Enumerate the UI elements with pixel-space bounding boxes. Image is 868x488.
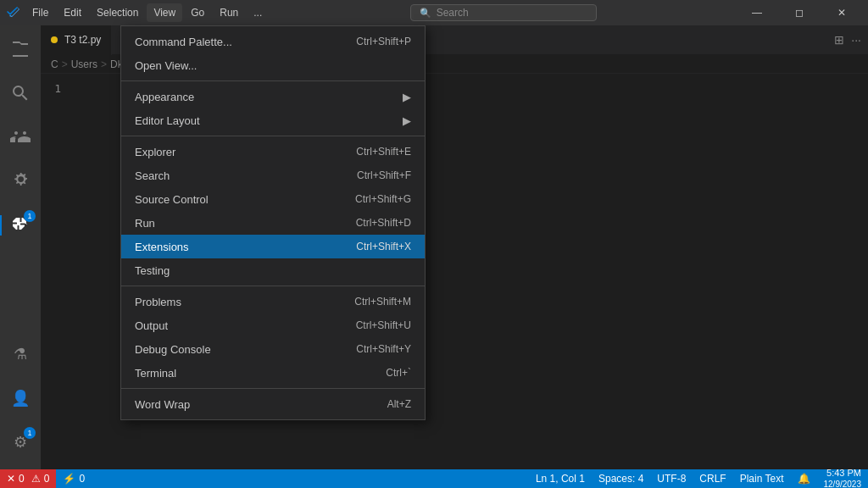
extensions-menu-label: Extensions bbox=[135, 241, 356, 253]
menu-item-output[interactable]: Output Ctrl+Shift+U bbox=[121, 313, 425, 337]
test-flask-icon[interactable]: ⚗ bbox=[0, 334, 41, 374]
status-errors[interactable]: ✕ 0 ⚠ 0 bbox=[0, 469, 56, 488]
run-debug-icon[interactable] bbox=[0, 161, 41, 202]
line-number-1: 1 bbox=[41, 80, 75, 97]
clock-date: 12/9/2023 bbox=[824, 480, 862, 488]
status-position[interactable]: Ln 1, Col 1 bbox=[529, 469, 592, 488]
run-shortcut: Ctrl+Shift+D bbox=[356, 217, 411, 229]
activity-bar: 1 ⚗ 👤 ⚙ 1 bbox=[0, 25, 41, 469]
menu-item-source-control[interactable]: Source Control Ctrl+Shift+G bbox=[121, 187, 425, 211]
search-input[interactable]: 🔍 Search bbox=[410, 4, 597, 21]
extensions-badge: 1 bbox=[24, 210, 36, 222]
terminal-shortcut: Ctrl+` bbox=[386, 367, 411, 379]
status-spaces[interactable]: Spaces: 4 bbox=[592, 469, 650, 488]
menu-item-open-view[interactable]: Open View... bbox=[121, 53, 425, 77]
close-button[interactable]: ✕ bbox=[822, 0, 861, 25]
restore-button[interactable]: ◻ bbox=[780, 0, 819, 25]
menu-file[interactable]: File bbox=[25, 3, 55, 22]
breadcrumb-c[interactable]: C bbox=[51, 58, 58, 70]
menu-item-testing[interactable]: Testing bbox=[121, 258, 425, 282]
status-notifications[interactable]: 🔔 bbox=[791, 469, 817, 488]
search-bar: 🔍 Search bbox=[274, 4, 732, 21]
settings-icon[interactable]: ⚙ 1 bbox=[0, 422, 41, 463]
menu-view[interactable]: View bbox=[147, 3, 182, 22]
menu-separator-4 bbox=[121, 388, 425, 389]
menu-separator-2 bbox=[121, 136, 425, 136]
status-time: 5:43 PM 12/9/2023 bbox=[817, 469, 869, 488]
status-encoding[interactable]: UTF-8 bbox=[650, 469, 693, 488]
menu-item-terminal[interactable]: Terminal Ctrl+` bbox=[121, 361, 425, 385]
menu-item-command-palette[interactable]: Command Palette... Ctrl+Shift+P bbox=[121, 30, 425, 53]
output-label: Output bbox=[135, 319, 356, 332]
editor-layout-label: Editor Layout bbox=[135, 114, 396, 127]
explorer-shortcut: Ctrl+Shift+E bbox=[356, 146, 411, 158]
menu-item-extensions[interactable]: Extensions Ctrl+Shift+X bbox=[121, 235, 425, 258]
word-wrap-label: Word Wrap bbox=[135, 398, 387, 411]
source-control-shortcut: Ctrl+Shift+G bbox=[355, 193, 411, 205]
search-placeholder: Search bbox=[437, 7, 469, 19]
menu-selection[interactable]: Selection bbox=[90, 3, 145, 22]
encoding-text: UTF-8 bbox=[657, 473, 686, 485]
terminal-label: Terminal bbox=[135, 367, 386, 380]
split-editor-icon[interactable]: ⊞ bbox=[834, 33, 844, 47]
menu-item-search[interactable]: Search Ctrl+Shift+F bbox=[121, 164, 425, 187]
tab-modified-dot bbox=[51, 36, 58, 43]
app-icon bbox=[7, 6, 20, 19]
output-shortcut: Ctrl+Shift+U bbox=[356, 319, 411, 331]
menu-item-run[interactable]: Run Ctrl+Shift+D bbox=[121, 211, 425, 235]
error-count: 0 bbox=[19, 473, 25, 485]
error-icon: ✕ bbox=[7, 473, 15, 485]
menu-item-appearance[interactable]: Appearance ▶ bbox=[121, 85, 425, 108]
warning-icon: ⚠ bbox=[31, 473, 41, 485]
explorer-menu-label: Explorer bbox=[135, 146, 356, 158]
menu-go[interactable]: Go bbox=[184, 3, 211, 22]
breadcrumb-sep1: > bbox=[62, 58, 68, 70]
menu-item-word-wrap[interactable]: Word Wrap Alt+Z bbox=[121, 392, 425, 416]
activity-bar-bottom: 👤 ⚙ 1 bbox=[0, 378, 41, 469]
menu-item-editor-layout[interactable]: Editor Layout ▶ bbox=[121, 108, 425, 132]
clock-time: 5:43 PM bbox=[826, 468, 861, 479]
eol-text: CRLF bbox=[699, 473, 726, 485]
menu-item-explorer[interactable]: Explorer Ctrl+Shift+E bbox=[121, 140, 425, 164]
command-palette-shortcut: Ctrl+Shift+P bbox=[356, 36, 411, 47]
source-control-label: Source Control bbox=[135, 193, 355, 206]
menu-item-problems[interactable]: Problems Ctrl+Shift+M bbox=[121, 290, 425, 313]
status-eol[interactable]: CRLF bbox=[693, 469, 732, 488]
account-icon[interactable]: 👤 bbox=[0, 378, 41, 419]
search-activity-icon[interactable] bbox=[0, 73, 41, 114]
info-count: 0 bbox=[79, 473, 85, 485]
appearance-arrow: ▶ bbox=[403, 91, 411, 103]
testing-label: Testing bbox=[135, 264, 411, 277]
source-control-icon[interactable] bbox=[0, 117, 41, 158]
status-bar-left: ✕ 0 ⚠ 0 ⚡ 0 bbox=[0, 469, 92, 488]
minimize-button[interactable]: — bbox=[737, 0, 776, 25]
status-bar-right: Ln 1, Col 1 Spaces: 4 UTF-8 CRLF Plain T… bbox=[529, 469, 868, 488]
menu-more[interactable]: ... bbox=[247, 3, 269, 22]
explorer-icon[interactable] bbox=[0, 29, 41, 69]
open-view-label: Open View... bbox=[135, 59, 411, 72]
menu-bar: File Edit Selection View Go Run ... bbox=[25, 3, 269, 22]
word-wrap-shortcut: Alt+Z bbox=[387, 398, 411, 410]
breadcrumb-users[interactable]: Users bbox=[71, 58, 97, 70]
extensions-icon[interactable]: 1 bbox=[0, 205, 41, 246]
run-menu-label: Run bbox=[135, 217, 356, 230]
search-shortcut: Ctrl+Shift+F bbox=[357, 169, 411, 181]
menu-run[interactable]: Run bbox=[213, 3, 245, 22]
menu-edit[interactable]: Edit bbox=[57, 3, 88, 22]
window-controls: — ◻ ✕ bbox=[737, 0, 861, 25]
extensions-shortcut: Ctrl+Shift+X bbox=[356, 241, 411, 252]
problems-label: Problems bbox=[135, 296, 354, 308]
editor-layout-arrow: ▶ bbox=[403, 114, 411, 127]
status-language[interactable]: Plain Text bbox=[733, 469, 791, 488]
debug-console-shortcut: Ctrl+Shift+Y bbox=[356, 343, 411, 355]
appearance-label: Appearance bbox=[135, 91, 396, 103]
spaces-text: Spaces: 4 bbox=[598, 473, 643, 485]
menu-item-debug-console[interactable]: Debug Console Ctrl+Shift+Y bbox=[121, 337, 425, 361]
more-actions-icon[interactable]: ··· bbox=[851, 33, 861, 47]
language-text: Plain Text bbox=[740, 473, 784, 485]
notification-icon: 🔔 bbox=[798, 473, 810, 485]
status-info[interactable]: ⚡ 0 bbox=[56, 469, 92, 488]
menu-separator-1 bbox=[121, 80, 425, 81]
editor-tab[interactable]: T3 t2.py bbox=[41, 25, 112, 55]
tab-filename: T3 t2.py bbox=[64, 34, 101, 46]
